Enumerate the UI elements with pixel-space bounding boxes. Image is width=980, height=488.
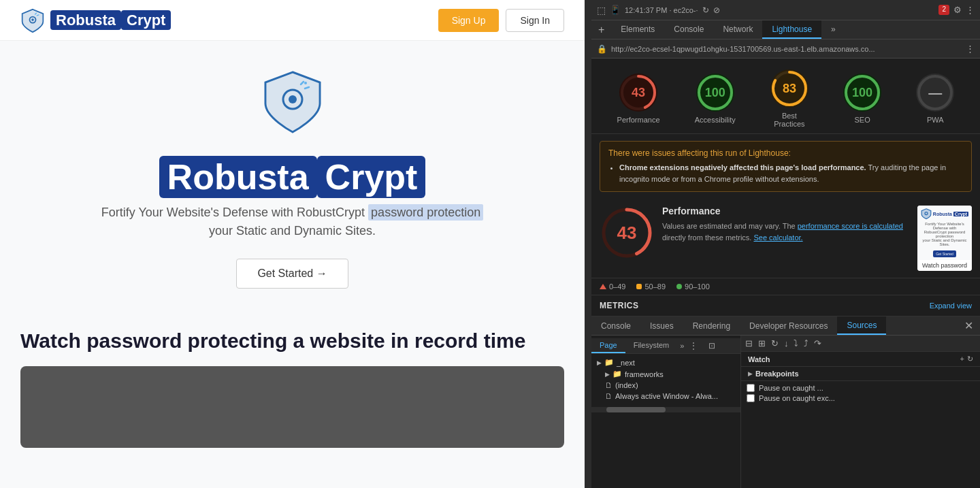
perf-see[interactable]: See calculator. [753, 233, 802, 242]
url-menu-icon[interactable]: ⋮ [966, 44, 975, 54]
devtools-settings-icon[interactable]: ⚙ [953, 5, 962, 15]
devtools-menu-icon[interactable]: ⋮ [966, 5, 975, 15]
devtools-inspect-icon[interactable]: ⬚ [597, 5, 606, 16]
metrics-title: METRICS [600, 301, 639, 310]
score-circle-pwa: — [916, 74, 954, 112]
step-over-icon[interactable]: ↷ [813, 337, 823, 350]
thumb-subtitle: Fortify Your Website's Defense withRobus… [920, 222, 969, 246]
pwa-label: PWA [927, 116, 944, 124]
file-icon-idx: 🗋 [605, 381, 612, 389]
hero-section: RobustaCrypt Fortify Your Website's Defe… [0, 41, 585, 329]
tab-console[interactable]: Console [664, 20, 713, 39]
file-tree-split[interactable]: ⊡ [703, 338, 721, 353]
tab-console-bottom[interactable]: Console [591, 316, 640, 335]
file-tree-panel: Page Filesystem » ⋮ ⊡ ▶ 📁 _next ▶ 📁 [591, 336, 741, 488]
access-label: Accessibility [695, 116, 736, 124]
legend-circle-icon [676, 284, 682, 289]
split-horizontal-icon[interactable]: ⊞ [757, 337, 767, 350]
website-nav: RobustaCrypt Sign Up Sign In [0, 0, 585, 41]
hero-subtitle-part1: Fortify Your Website's Defense with Robu… [101, 206, 365, 219]
pwa-score-num: — [928, 85, 942, 101]
watch-title-label: Watch [748, 355, 770, 363]
refresh-icon[interactable]: ↻ [770, 337, 780, 350]
breakpoints-header: ▶ Breakpoints [741, 367, 980, 381]
favicon-icon: 🔒 [597, 44, 607, 54]
devtools-stop-icon[interactable]: ⊘ [713, 5, 720, 15]
seo-score-num: 100 [852, 86, 872, 100]
devtools-panel: ⬚ 📱 12:41:37 PM · ec2co-· ↻ ⊘ 2 ⚙ ⋮ + El… [591, 0, 980, 488]
file-tree-item-next[interactable]: ▶ 📁 _next [591, 357, 740, 368]
perf-desc-part1: Values are estimated and may vary. The [662, 222, 796, 230]
pause-exc-checkbox[interactable] [747, 394, 755, 402]
file-tree-item-always[interactable]: 🗋 Always active Window - Alwa... [591, 391, 740, 402]
file-label-idx: (index) [615, 381, 638, 389]
file-tree-scrollbar[interactable] [591, 407, 740, 412]
hero-subtitle: Fortify Your Website's Defense with Robu… [101, 206, 483, 220]
legend-mid: 50–89 [636, 282, 666, 291]
warn-title: There were issues affecting this run of … [608, 148, 963, 158]
file-tree-item-frameworks[interactable]: ▶ 📁 frameworks [591, 368, 740, 380]
pause-uncaught-checkbox[interactable] [747, 384, 755, 392]
perf-link[interactable]: performance score is calculated [798, 222, 903, 230]
close-bottom-panel[interactable]: ✕ [958, 316, 980, 335]
file-label-fw: frameworks [625, 370, 664, 378]
tab-developer-resources[interactable]: Developer Resources [740, 316, 837, 335]
legend-high-label: 90–100 [685, 282, 710, 291]
url-text: http://ec2co-ecsel-1qpwugd1ohgku-1531700… [611, 45, 962, 53]
file-label-aw: Always active Window - Alwa... [615, 392, 718, 400]
nav-buttons: Sign Up Sign In [438, 9, 564, 32]
panel-divider[interactable] [585, 0, 591, 488]
scrollbar-thumb[interactable] [606, 407, 666, 412]
filesystem-tab[interactable]: Filesystem [625, 338, 678, 353]
folder-icon: 📁 [604, 358, 614, 367]
score-pwa: — PWA [916, 74, 954, 124]
file-tree-item-index[interactable]: 🗋 (index) [591, 380, 740, 391]
thumb-text-robusta: Robusta [933, 212, 952, 216]
devtools-device-icon[interactable]: 📱 [610, 5, 621, 15]
devtools-toolbar: ⬚ 📱 12:41:37 PM · ec2co-· ↻ ⊘ 2 ⚙ ⋮ [591, 0, 980, 20]
watch-add-icon[interactable]: + [960, 355, 964, 363]
devtools-refresh-icon[interactable]: ↻ [702, 5, 709, 15]
breakpoints-arrow: ▶ [748, 370, 753, 377]
best-label: BestPractices [774, 112, 804, 128]
folder-icon-fw: 📁 [612, 370, 622, 378]
best-score-num: 83 [783, 82, 796, 96]
tab-rendering[interactable]: Rendering [683, 316, 740, 335]
tab-elements[interactable]: Elements [611, 20, 664, 39]
devtools-bug-count: 2 [938, 5, 949, 15]
step-out-icon[interactable]: ⤴ [802, 337, 810, 350]
tab-sources[interactable]: Sources [837, 316, 886, 335]
getstarted-button[interactable]: Get Started → [236, 259, 348, 289]
watch-refresh-icon[interactable]: ↻ [967, 355, 973, 363]
pause-uncaught-option: Pause on caught ... [747, 384, 975, 392]
step-into-icon[interactable]: ⤵ [792, 337, 800, 350]
devtools-toolbar-right: 2 ⚙ ⋮ [938, 5, 975, 15]
arrow-right-icon: ▶ [597, 359, 602, 366]
devtools-add-tab[interactable]: + [591, 20, 611, 39]
sources-options: Pause on caught ... Pause on caught exc.… [741, 381, 980, 405]
video-placeholder [20, 366, 564, 448]
score-accessibility: 100 Accessibility [695, 74, 736, 124]
hero-subtitle-highlight: password protection [368, 204, 483, 221]
tab-lighthouse[interactable]: Lighthouse [762, 20, 821, 39]
perf-circle-large: 43 [600, 206, 654, 260]
signin-button[interactable]: Sign In [506, 9, 564, 32]
step-icon[interactable]: ↓ [783, 337, 790, 350]
tab-more[interactable]: » [821, 20, 845, 39]
thumb-text-crypt: Crypt [953, 212, 968, 216]
bottom-content: Page Filesystem » ⋮ ⊡ ▶ 📁 _next ▶ 📁 [591, 336, 980, 488]
page-tab[interactable]: Page [591, 338, 625, 353]
thumb-logo-area: RobustaCrypt [921, 208, 968, 219]
file-tree-menu[interactable]: ⋮ [684, 338, 703, 353]
tab-issues[interactable]: Issues [640, 316, 683, 335]
warn-item: Chrome extensions negatively affected th… [619, 162, 963, 184]
split-vertical-icon[interactable]: ⊟ [744, 337, 754, 350]
file-icon-aw: 🗋 [605, 392, 612, 400]
signup-button[interactable]: Sign Up [438, 9, 500, 32]
score-performance: 43 Performance [617, 74, 660, 124]
score-best-practices: 83 BestPractices [770, 69, 808, 128]
tab-network[interactable]: Network [713, 20, 762, 39]
expand-view-btn[interactable]: Expand view [930, 302, 972, 310]
lighthouse-warning: There were issues affecting this run of … [600, 141, 972, 192]
perf-thumbnail: RobustaCrypt Fortify Your Website's Defe… [917, 206, 972, 271]
